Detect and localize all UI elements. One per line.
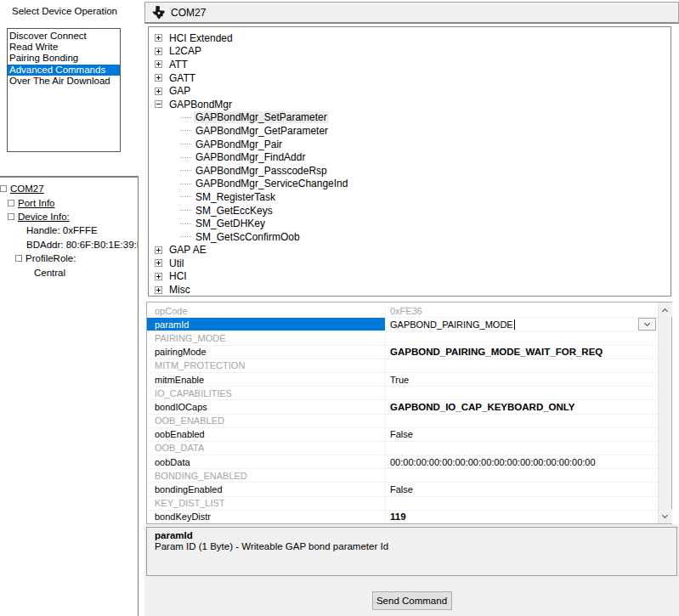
property-row-opCode[interactable]: opCode0xFE36 [147,304,658,318]
command-tree-label[interactable]: GAP AE [167,244,208,256]
expand-plus-icon[interactable] [155,74,162,82]
command-tree-label[interactable]: GAPBondMgr_SetParameter [194,111,329,123]
send-command-button[interactable]: Send Command [372,591,452,610]
device-tree-node[interactable]: Port Info [0,195,138,209]
command-tree-label[interactable]: Misc [167,284,192,296]
command-tree-node[interactable]: GAPBondMgr_GetParameter [149,124,671,138]
command-tree-node[interactable]: SM_GetDHKey [149,217,671,230]
command-tree-node[interactable]: GAPBondMgr_FindAddr [149,150,671,164]
device-info-tree[interactable]: COM27Port InfoDevice Info:Handle: 0xFFFE… [0,176,139,616]
operation-item[interactable]: Read Write [8,42,120,53]
property-value[interactable]: 119 [386,511,658,523]
device-tree-node[interactable]: Device Info: [0,210,138,223]
command-tree-label[interactable]: GAP [167,85,192,97]
property-value[interactable]: False [386,428,658,441]
property-row-PAIRING_MODE[interactable]: PAIRING_MODE [147,331,658,345]
property-row-bondingEnabled[interactable]: bondingEnabledFalse [147,483,658,496]
property-row-oobData[interactable]: oobData00:00:00:00:00:00:00:00:00:00:00:… [147,455,658,469]
command-tree-node[interactable]: HCI [149,270,671,284]
operation-item[interactable]: Pairing Bonding [8,53,120,64]
expand-plus-icon[interactable] [155,286,162,294]
command-tree-node[interactable]: ATT [149,58,671,71]
device-tree-label[interactable]: Central [34,268,65,278]
com-port-tab[interactable]: COM27 [144,2,679,24]
command-tree-node[interactable]: SM_GetScConfirmOob [149,230,671,244]
tree-expander-icon[interactable] [15,255,22,262]
expand-plus-icon[interactable] [155,48,162,55]
property-row-IO_CAPABILITIES[interactable]: IO_CAPABILITIES [147,387,658,400]
command-tree-label[interactable]: ATT [167,59,190,71]
device-operation-list[interactable]: Discover ConnectRead WritePairing Bondin… [7,28,121,152]
property-value[interactable]: GAPBOND_IO_CAP_KEYBOARD_ONLY [386,400,658,413]
command-tree-node[interactable]: GATT [149,71,671,85]
command-tree-label[interactable]: SM_GetEccKeys [194,205,274,217]
expand-plus-icon[interactable] [155,60,162,68]
property-row-KEY_DIST_LIST[interactable]: KEY_DIST_LIST [147,497,658,511]
command-tree-node[interactable]: GAPBondMgr_SetParameter [149,111,671,125]
command-tree-node[interactable]: SM_RegisterTask [149,190,671,204]
property-row-bondIOCaps[interactable]: bondIOCapsGAPBOND_IO_CAP_KEYBOARD_ONLY [147,400,658,414]
command-tree-node[interactable]: GAPBondMgr [149,98,671,111]
device-tree-label[interactable]: Device Info: [18,212,70,222]
command-tree-label[interactable]: GATT [167,72,197,84]
command-tree-node[interactable]: GAP AE [149,244,671,257]
command-tree-label[interactable]: SM_GetScConfirmOob [194,231,302,243]
property-value[interactable]: GAPBOND_PAIRING_MODE [386,318,658,331]
property-grid-scrollbar[interactable] [658,302,671,523]
device-tree-node[interactable]: ProfileRole: [0,251,138,265]
command-tree[interactable]: HCI ExtendedL2CAPATTGATTGAPGAPBondMgrGAP… [148,26,671,297]
command-tree-label[interactable]: GAPBondMgr_Pair [194,138,284,150]
property-row-MITM_PROTECTION[interactable]: MITM_PROTECTION [147,359,658,373]
command-tree-node[interactable]: GAPBondMgr_Pair [149,138,671,151]
property-row-bondKeyDistr[interactable]: bondKeyDistr119 [147,511,658,523]
device-tree-label[interactable]: COM27 [10,184,44,194]
expand-plus-icon[interactable] [155,273,162,280]
command-tree-node[interactable]: GAPBondMgr_PasscodeRsp [149,164,671,178]
command-tree-node[interactable]: GAPBondMgr_ServiceChangeInd [149,178,671,191]
command-tree-label[interactable]: GAPBondMgr_ServiceChangeInd [194,178,349,189]
command-tree-node[interactable]: HCI Extended [149,31,671,45]
property-row-BONDING_ENABLED[interactable]: BONDING_ENABLED [147,469,658,483]
expand-plus-icon[interactable] [155,34,162,42]
command-tree-node[interactable]: GAP [149,84,671,98]
property-row-OOB_DATA[interactable]: OOB_DATA [147,442,658,455]
operation-item[interactable]: Advanced Commands [8,65,120,76]
device-tree-label[interactable]: ProfileRole: [25,253,76,263]
command-tree-node[interactable]: SM_GetEccKeys [149,204,671,218]
property-row-paramId[interactable]: paramIdGAPBOND_PAIRING_MODE [147,318,658,331]
device-tree-node[interactable]: COM27 [0,182,138,195]
expand-plus-icon[interactable] [155,246,162,254]
tree-expander-icon[interactable] [0,185,7,192]
command-tree-label[interactable]: GAPBondMgr_FindAddr [194,151,307,163]
property-row-OOB_ENABLED[interactable]: OOB_ENABLED [147,415,658,428]
command-tree-label[interactable]: GAPBondMgr [167,99,234,110]
property-value[interactable]: GAPBOND_PAIRING_MODE_WAIT_FOR_REQ [386,346,658,359]
tree-expander-icon[interactable] [8,213,14,220]
device-tree-label[interactable]: Port Info [18,198,54,208]
command-tree-node[interactable]: Util [149,257,671,270]
operation-item[interactable]: Over The Air Download [8,76,120,87]
operation-item[interactable]: Discover Connect [8,31,120,42]
command-tree-label[interactable]: HCI [167,270,189,282]
command-tree-label[interactable]: SM_RegisterTask [194,191,277,203]
expand-plus-icon[interactable] [155,88,162,95]
command-tree-label[interactable]: SM_GetDHKey [194,218,267,229]
device-tree-node[interactable]: BDAddr: 80:6F:B0:1E:39:FE [0,238,138,251]
command-tree-node[interactable]: L2CAP [149,45,671,59]
device-tree-label[interactable]: BDAddr: 80:6F:B0:1E:39:FE [26,240,139,250]
command-tree-label[interactable]: Util [167,257,185,269]
command-tree-label[interactable]: GAPBondMgr_GetParameter [194,125,330,137]
property-row-mitmEnable[interactable]: mitmEnableTrue [147,373,658,387]
property-value[interactable]: 00:00:00:00:00:00:00:00:00:00:00:00:00:0… [386,455,658,468]
expand-plus-icon[interactable] [155,259,162,267]
property-row-oobEnabled[interactable]: oobEnabledFalse [147,428,658,442]
command-tree-label[interactable]: L2CAP [167,45,203,57]
device-tree-node[interactable]: Central [0,265,138,279]
dropdown-button[interactable] [638,318,656,331]
collapse-minus-icon[interactable] [155,100,162,108]
property-value[interactable]: True [386,373,658,386]
device-tree-label[interactable]: Handle: 0xFFFE [26,225,98,235]
property-row-pairingMode[interactable]: pairingModeGAPBOND_PAIRING_MODE_WAIT_FOR… [147,346,658,359]
command-tree-node[interactable]: Misc [149,283,671,297]
command-tree-label[interactable]: GAPBondMgr_PasscodeRsp [194,165,329,177]
